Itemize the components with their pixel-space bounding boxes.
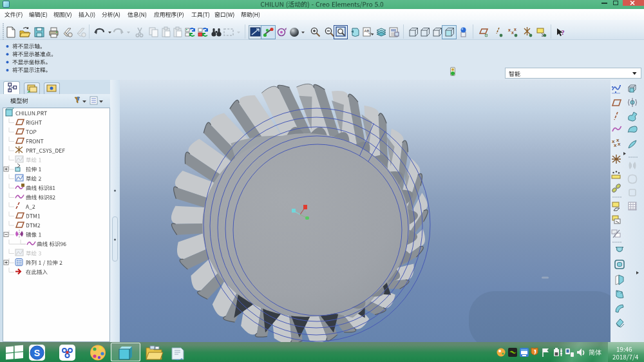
- svg-text:x: x: [514, 27, 516, 32]
- svg-text:x: x: [508, 28, 511, 32]
- svg-text:x: x: [618, 141, 621, 147]
- svg-text:AB: AB: [365, 29, 370, 33]
- svg-text:?: ?: [562, 29, 565, 36]
- svg-text:x: x: [614, 142, 617, 148]
- svg-text:S: S: [34, 348, 40, 358]
